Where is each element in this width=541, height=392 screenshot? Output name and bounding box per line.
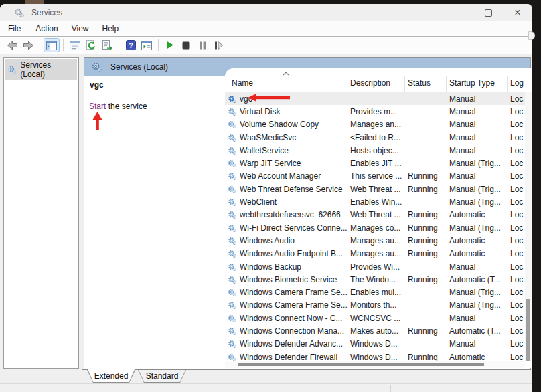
- service-gear-icon: [228, 236, 237, 246]
- stop-service-button[interactable]: [178, 38, 194, 52]
- service-status: Running: [405, 236, 447, 246]
- restart-service-button[interactable]: [210, 38, 226, 52]
- service-row[interactable]: Web Threat Defense Service Web Threat ..…: [225, 183, 525, 195]
- service-startup-type: Manual (Trig...: [447, 288, 508, 297]
- service-description: Enables mul...: [347, 288, 405, 297]
- service-status: Running: [405, 185, 447, 194]
- help-button[interactable]: ?: [123, 38, 139, 52]
- service-gear-icon: [228, 146, 237, 155]
- service-row[interactable]: Windows Defender Advanc... Windows D... …: [225, 338, 525, 351]
- service-description: Manages au...: [347, 236, 405, 246]
- toolbar-separator: [40, 39, 40, 51]
- column-header-startup-type[interactable]: Startup Type: [447, 76, 508, 92]
- service-row[interactable]: Web Account Manager This service ... Run…: [225, 170, 525, 183]
- screen-artifact: [528, 31, 535, 40]
- service-description: <Failed to R...: [347, 133, 405, 142]
- pause-service-button[interactable]: [194, 38, 210, 52]
- column-header-log-on-as[interactable]: Log: [508, 76, 532, 92]
- service-row[interactable]: WaaSMedicSvc <Failed to R... Manual Loc: [225, 131, 525, 144]
- forward-arrow-icon: [23, 41, 34, 50]
- service-name: Windows Biometric Service: [240, 275, 337, 284]
- vertical-scrollbar[interactable]: [525, 92, 532, 361]
- maximize-button[interactable]: [473, 4, 503, 21]
- service-name: WalletService: [240, 146, 289, 155]
- service-name: Windows Audio: [240, 236, 295, 246]
- service-status: Running: [405, 326, 447, 336]
- back-arrow-icon: [7, 41, 18, 50]
- service-row[interactable]: Windows Connect Now - C... WCNCSVC ... M…: [225, 312, 525, 324]
- service-name: Web Account Manager: [240, 171, 321, 181]
- close-button[interactable]: ×: [503, 4, 532, 21]
- service-row[interactable]: Warp JIT Service Enables JIT ... Manual …: [225, 157, 525, 169]
- service-row[interactable]: Volume Shadow Copy Manages an... Manual …: [225, 118, 525, 131]
- service-list-header: Name Description Status Startup Type Log: [225, 68, 532, 92]
- start-service-button[interactable]: [162, 38, 178, 52]
- service-gear-icon: [228, 300, 237, 310]
- service-row[interactable]: Windows Camera Frame Se... Enables mul..…: [225, 286, 525, 298]
- service-row[interactable]: Windows Camera Frame Se... Monitors th..…: [225, 299, 525, 312]
- vertical-scrollbar-thumb[interactable]: [526, 299, 530, 361]
- horizontal-scrollbar-thumb[interactable]: [238, 363, 484, 366]
- start-service-link[interactable]: Start: [89, 102, 106, 111]
- show-extended-view-button[interactable]: [139, 38, 155, 52]
- refresh-button[interactable]: [83, 38, 99, 52]
- column-header-status[interactable]: Status: [405, 76, 447, 92]
- menu-item-help[interactable]: Help: [101, 24, 121, 33]
- service-startup-type: Manual: [447, 94, 508, 104]
- service-name: Windows Audio Endpoint B...: [240, 249, 343, 258]
- status-bar-separator: [479, 385, 479, 392]
- service-description: Manages co...: [347, 223, 405, 233]
- service-row[interactable]: Windows Audio Endpoint B... Manages au..…: [225, 248, 525, 260]
- service-row[interactable]: vgc Manual Loc: [225, 92, 525, 105]
- service-description: Web Threat ...: [347, 185, 405, 194]
- service-startup-type: Manual: [447, 262, 508, 272]
- service-name: webthreatdefusersvc_62666: [240, 210, 341, 219]
- service-gear-icon: [228, 262, 237, 272]
- service-gear-icon: [228, 197, 237, 207]
- title-bar: Services ×: [0, 4, 532, 21]
- caption-controls: ×: [444, 4, 532, 21]
- service-description: Monitors th...: [347, 300, 405, 310]
- close-icon: ×: [514, 7, 520, 18]
- tab-extended[interactable]: Extended: [87, 370, 135, 383]
- column-header-description[interactable]: Description: [347, 76, 405, 92]
- service-row[interactable]: Windows Biometric Service The Windo... R…: [225, 273, 525, 286]
- service-startup-type: Automatic: [447, 249, 508, 258]
- service-row[interactable]: webthreatdefusersvc_62666 Web Threat ...…: [225, 209, 525, 221]
- column-header-name[interactable]: Name: [225, 76, 347, 92]
- minimize-button[interactable]: [444, 4, 473, 21]
- forward-button[interactable]: [20, 38, 36, 52]
- services-gear-icon: [13, 7, 25, 18]
- service-gear-icon: [228, 249, 237, 258]
- properties-button[interactable]: [67, 38, 83, 52]
- service-row[interactable]: Virtual Disk Provides m... Manual Loc: [225, 105, 525, 118]
- service-gear-icon: [228, 223, 237, 233]
- back-button[interactable]: [4, 38, 20, 52]
- service-row[interactable]: Wi-Fi Direct Services Conne... Manages c…: [225, 221, 525, 234]
- view-tabs: Extended Standard: [82, 369, 531, 383]
- menu-item-view[interactable]: View: [70, 24, 90, 33]
- service-description: Web Threat ...: [347, 210, 405, 219]
- service-row[interactable]: Windows Backup Provides Wi... Manual Loc: [225, 260, 525, 273]
- tab-standard[interactable]: Standard: [138, 370, 186, 383]
- extended-view-header-label: Services (Local): [110, 62, 168, 72]
- horizontal-scrollbar[interactable]: [225, 361, 525, 368]
- service-row[interactable]: Windows Audio Manages au... Running Auto…: [225, 234, 525, 247]
- service-status: Running: [405, 353, 447, 362]
- service-gear-icon: [228, 339, 237, 349]
- tree-item-services-local[interactable]: Services (Local): [5, 59, 77, 80]
- service-row[interactable]: WalletService Hosts objec... Manual Loc: [225, 144, 525, 157]
- service-row[interactable]: Windows Connection Mana... Makes auto...…: [225, 324, 525, 337]
- service-name: WaaSMedicSvc: [240, 133, 296, 142]
- service-name: Windows Connect Now - C...: [240, 314, 342, 323]
- show-console-tree-button[interactable]: [44, 38, 60, 52]
- service-gear-icon: [228, 120, 237, 129]
- menu-item-file[interactable]: File: [7, 24, 22, 33]
- service-row[interactable]: WebClient Enables Win... Manual (Trig...…: [225, 195, 525, 208]
- export-list-button[interactable]: [99, 38, 115, 52]
- service-gear-icon: [228, 275, 237, 284]
- stop-icon: [182, 41, 190, 50]
- menu-item-action[interactable]: Action: [34, 24, 59, 33]
- service-description: Enables Win...: [347, 197, 405, 207]
- service-description: Windows D...: [347, 339, 405, 349]
